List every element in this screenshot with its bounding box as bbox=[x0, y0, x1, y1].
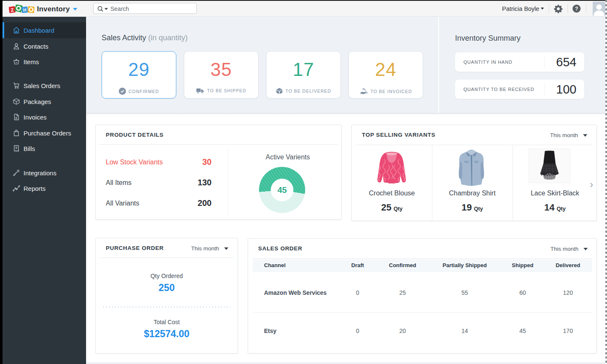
svg-text:H: H bbox=[23, 7, 26, 13]
svg-text:?: ? bbox=[575, 6, 578, 12]
